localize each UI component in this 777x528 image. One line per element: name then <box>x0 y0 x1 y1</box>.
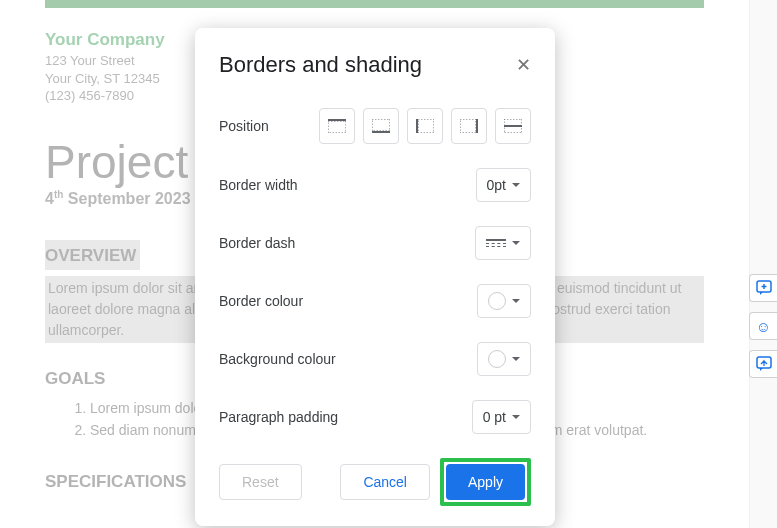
svg-rect-5 <box>418 119 434 133</box>
dash-style-icon <box>486 239 506 247</box>
position-right-button[interactable] <box>451 108 487 144</box>
border-left-icon <box>416 119 434 133</box>
caret-down-icon <box>512 183 520 187</box>
border-top-icon <box>328 119 346 133</box>
label-paragraph-padding: Paragraph padding <box>219 409 338 425</box>
position-left-button[interactable] <box>407 108 443 144</box>
smiley-icon: ☺ <box>756 318 771 335</box>
caret-down-icon <box>512 299 520 303</box>
border-bottom-icon <box>372 119 390 133</box>
label-border-dash: Border dash <box>219 235 295 251</box>
reset-label: Reset <box>242 474 279 490</box>
paragraph-padding-dropdown[interactable]: 0 pt <box>472 400 531 434</box>
background-colour-dropdown[interactable] <box>477 342 531 376</box>
add-comment-button[interactable] <box>749 274 777 302</box>
close-icon[interactable]: ✕ <box>516 56 531 74</box>
row-paragraph-padding: Paragraph padding 0 pt <box>219 400 531 434</box>
position-buttons <box>319 108 531 144</box>
position-top-button[interactable] <box>319 108 355 144</box>
row-border-dash: Border dash <box>219 226 531 260</box>
caret-down-icon <box>512 357 520 361</box>
svg-rect-3 <box>372 119 390 131</box>
label-border-colour: Border colour <box>219 293 303 309</box>
row-background-colour: Background colour <box>219 342 531 376</box>
cancel-label: Cancel <box>363 474 407 490</box>
label-background-colour: Background colour <box>219 351 336 367</box>
borders-shading-dialog: Borders and shading ✕ Position Border wi… <box>195 28 555 526</box>
border-colour-dropdown[interactable] <box>477 284 531 318</box>
apply-button[interactable]: Apply <box>446 464 525 500</box>
paragraph-padding-value: 0 pt <box>483 409 506 425</box>
caret-down-icon <box>512 415 520 419</box>
border-right-icon <box>460 119 478 133</box>
apply-highlight: Apply <box>440 458 531 506</box>
dialog-actions: Reset Cancel Apply <box>219 458 531 506</box>
svg-rect-1 <box>328 121 346 133</box>
add-emoji-button[interactable]: ☺ <box>749 312 777 340</box>
cancel-button[interactable]: Cancel <box>340 464 430 500</box>
apply-label: Apply <box>468 474 503 490</box>
dialog-title: Borders and shading <box>219 52 422 78</box>
colour-swatch-icon <box>488 350 506 368</box>
reset-button[interactable]: Reset <box>219 464 302 500</box>
label-border-width: Border width <box>219 177 298 193</box>
position-bottom-button[interactable] <box>363 108 399 144</box>
suggest-icon <box>756 356 772 372</box>
row-border-colour: Border colour <box>219 284 531 318</box>
position-between-button[interactable] <box>495 108 531 144</box>
comment-plus-icon <box>756 280 772 296</box>
side-rail: ☺ <box>749 274 777 378</box>
caret-down-icon <box>512 241 520 245</box>
colour-swatch-icon <box>488 292 506 310</box>
label-position: Position <box>219 118 269 134</box>
svg-rect-8 <box>504 125 522 127</box>
row-border-width: Border width 0pt <box>219 168 531 202</box>
dialog-header: Borders and shading ✕ <box>219 52 531 78</box>
border-width-value: 0pt <box>487 177 506 193</box>
svg-rect-7 <box>460 119 476 133</box>
suggest-edits-button[interactable] <box>749 350 777 378</box>
border-dash-dropdown[interactable] <box>475 226 531 260</box>
border-width-dropdown[interactable]: 0pt <box>476 168 531 202</box>
border-between-icon <box>504 119 522 133</box>
row-position: Position <box>219 108 531 144</box>
